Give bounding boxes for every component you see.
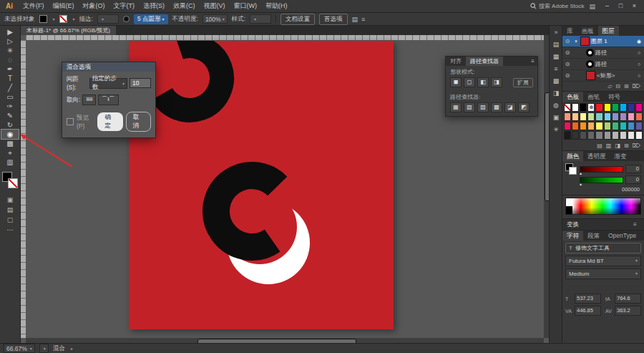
steps-input[interactable]: 10	[130, 78, 151, 88]
zoom-select[interactable]: 66.67%▾	[4, 344, 35, 353]
swatch[interactable]: ⊕	[587, 103, 595, 112]
color-spectrum[interactable]	[565, 198, 641, 215]
layer-row[interactable]: ⊙路径○	[562, 47, 644, 59]
new-sublayer-button[interactable]: ⊟	[615, 83, 620, 90]
swatch[interactable]	[587, 122, 595, 130]
swatch[interactable]	[612, 103, 619, 112]
swatch[interactable]	[564, 131, 571, 140]
swatch[interactable]	[564, 112, 571, 121]
layer-name[interactable]: 路径	[595, 60, 634, 68]
swatch[interactable]	[635, 122, 643, 130]
tab-transparency[interactable]: 透明度	[583, 151, 610, 161]
swatch[interactable]	[595, 112, 602, 121]
swatch[interactable]	[580, 131, 587, 140]
trim-icon[interactable]: ▧	[464, 102, 475, 112]
swatch[interactable]	[628, 131, 635, 140]
gradient-mode-icon[interactable]: ▤	[1, 205, 19, 214]
blend-tool[interactable]: ◉	[1, 130, 19, 139]
outline-icon[interactable]: ◪	[504, 102, 516, 112]
status-flyout-icon[interactable]: ▸	[71, 346, 73, 351]
slider-track[interactable]: ▴	[580, 166, 623, 173]
minus-front-icon[interactable]: ◻	[464, 77, 475, 87]
magic-wand-tool[interactable]: ✳	[1, 46, 19, 55]
eyedropper-tool[interactable]: ⌖	[1, 148, 19, 158]
swatch[interactable]	[604, 131, 611, 140]
swatch-kinds-button[interactable]: ▥	[606, 142, 612, 149]
slider-value[interactable]: 0	[625, 175, 641, 184]
stroke-weight-select[interactable]: ▾	[97, 14, 119, 24]
more-tools-icon[interactable]: ⋯	[1, 226, 19, 234]
font-family-select[interactable]: Futura Md BT▾	[565, 256, 641, 266]
swatch[interactable]	[635, 131, 643, 140]
swatch[interactable]	[572, 131, 579, 140]
swatch[interactable]	[635, 112, 643, 121]
rotate-tool[interactable]: ↻	[1, 120, 19, 130]
tab-gradient[interactable]: 渐变	[610, 151, 631, 161]
fill-color-well[interactable]	[39, 15, 47, 23]
swatch[interactable]	[587, 112, 595, 121]
touch-type-tool-button[interactable]: T 修饰文字工具	[565, 243, 641, 253]
swatch[interactable]	[595, 131, 602, 140]
layer-row[interactable]: ⊙▼图层 1◉	[562, 36, 644, 47]
swatch[interactable]	[620, 122, 627, 130]
screen-mode-icon[interactable]: ▢	[1, 216, 19, 224]
swatch[interactable]	[580, 103, 587, 112]
swatch[interactable]	[572, 103, 579, 112]
swatch[interactable]	[580, 122, 587, 130]
layer-row[interactable]: ⊙<矩形>○	[562, 70, 644, 82]
swatch[interactable]	[572, 112, 579, 121]
visibility-toggle-icon[interactable]: ⊙	[564, 38, 571, 44]
menu-item[interactable]: 窗口(W)	[230, 0, 262, 12]
tab-character[interactable]: 字符	[562, 231, 583, 241]
gradient-tool[interactable]: ▩	[1, 139, 19, 148]
expand-panels-icon[interactable]: »	[551, 28, 561, 37]
dialog-title-bar[interactable]: 混合选项	[62, 62, 155, 72]
align-to-page-button[interactable]: ʇʇʇʇ	[82, 95, 96, 105]
swatch[interactable]	[628, 122, 635, 130]
cancel-button[interactable]: 取消	[126, 112, 151, 132]
tab-brushes[interactable]: 画笔	[583, 92, 604, 102]
swatch[interactable]	[628, 103, 635, 112]
lasso-tool[interactable]: ◌	[1, 55, 19, 64]
arrange-documents-icon[interactable]: ▤	[352, 16, 358, 23]
artboard-nav-select[interactable]: ▾	[39, 344, 49, 353]
field-value[interactable]: 446.85	[575, 306, 601, 316]
divide-icon[interactable]: ▦	[450, 102, 462, 112]
align-to-path-button[interactable]: ⌒ʇ⌒	[98, 95, 118, 105]
menu-item[interactable]: 帮助(H)	[261, 0, 292, 12]
swatch[interactable]	[595, 122, 602, 130]
pen-tool[interactable]: ✒	[1, 64, 19, 74]
minus-back-icon[interactable]: ◩	[518, 102, 530, 112]
direct-selection-tool[interactable]: ▷	[1, 37, 19, 46]
layer-name[interactable]: 路径	[595, 49, 634, 57]
workspace-menu-icon[interactable]: ≡	[361, 16, 365, 23]
tab-paragraph[interactable]: 段落	[583, 231, 604, 241]
target-icon[interactable]: ○	[635, 73, 643, 78]
color-panel-icon[interactable]: ▤	[551, 40, 561, 49]
swatch[interactable]	[620, 103, 627, 112]
layer-name[interactable]: 图层 1	[591, 37, 634, 45]
swatch[interactable]	[604, 122, 611, 130]
exclude-icon[interactable]: ◨	[491, 77, 502, 87]
gradient-panel-icon[interactable]: ▩	[551, 77, 561, 86]
menu-item[interactable]: 选择(S)	[139, 0, 169, 12]
crop-icon[interactable]: ▩	[491, 102, 502, 112]
style-select[interactable]: ▾	[250, 14, 271, 24]
new-layer-button[interactable]: ⊞	[624, 83, 629, 90]
symbols-panel-icon[interactable]: ✳	[551, 125, 561, 135]
pencil-tool[interactable]: ✎	[1, 111, 19, 120]
font-style-select[interactable]: Medium▾	[565, 269, 641, 279]
visibility-toggle-icon[interactable]: ⊙	[564, 72, 571, 79]
tab-swatches[interactable]: 色板	[562, 92, 583, 102]
slider-knob[interactable]: ▴	[580, 182, 582, 186]
document-setup-button[interactable]: 文档设置	[280, 14, 315, 25]
swatch[interactable]	[604, 103, 611, 112]
fill-caret-icon[interactable]: ▾	[53, 16, 55, 21]
opacity-select[interactable]: 100%▾	[203, 14, 228, 24]
swatch-options-button[interactable]: ◨	[615, 142, 620, 149]
tab-symbols[interactable]: 符号	[604, 92, 625, 102]
artboard[interactable]	[129, 41, 394, 329]
swatch[interactable]	[604, 112, 611, 121]
target-icon[interactable]: ◉	[635, 39, 643, 44]
close-button[interactable]: ×	[628, 0, 641, 12]
